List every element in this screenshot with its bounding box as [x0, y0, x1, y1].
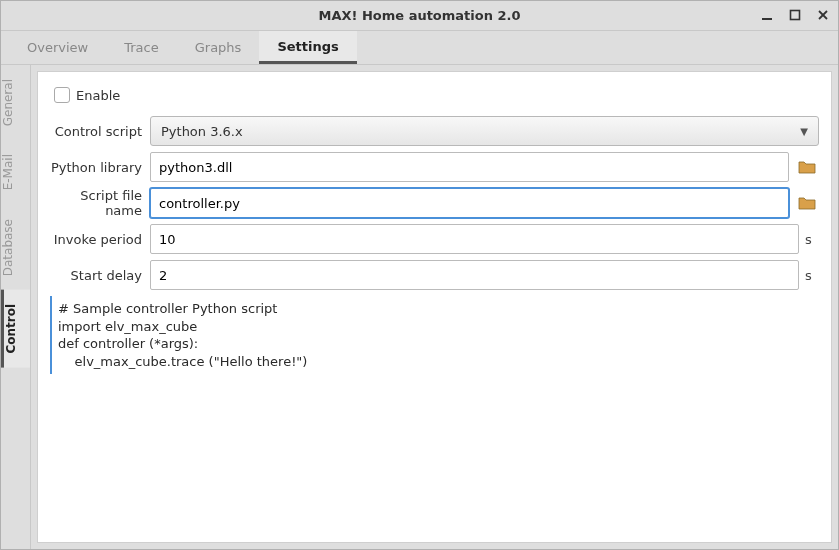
script-file-row: Script file name	[50, 188, 819, 218]
control-script-value: Python 3.6.x	[161, 124, 243, 139]
folder-icon	[798, 196, 816, 210]
close-button[interactable]	[814, 9, 832, 24]
invoke-period-input[interactable]	[150, 224, 799, 254]
svg-rect-1	[791, 10, 800, 19]
top-tab-bar: Overview Trace Graphs Settings	[1, 31, 838, 65]
tab-graphs[interactable]: Graphs	[177, 31, 260, 64]
svg-rect-0	[762, 18, 772, 20]
start-delay-row: Start delay s	[50, 260, 819, 290]
app-window: MAX! Home automation 2.0 Overview Trace …	[0, 0, 839, 550]
control-script-select[interactable]: Python 3.6.x ▼	[150, 116, 819, 146]
invoke-period-row: Invoke period s	[50, 224, 819, 254]
invoke-period-unit: s	[805, 232, 819, 247]
minimize-button[interactable]	[758, 9, 776, 24]
tab-trace[interactable]: Trace	[106, 31, 177, 64]
settings-control-panel: Enable Control script Python 3.6.x ▼ Pyt…	[37, 71, 832, 543]
side-tab-bar: General E-Mail Database Control	[1, 65, 31, 549]
enable-checkbox[interactable]	[54, 87, 70, 103]
script-file-label: Script file name	[50, 188, 150, 218]
maximize-button[interactable]	[786, 9, 804, 24]
python-lib-input[interactable]	[150, 152, 789, 182]
side-tab-control[interactable]: Control	[1, 290, 30, 368]
control-script-label: Control script	[50, 124, 150, 139]
body: General E-Mail Database Control Enable C…	[1, 65, 838, 549]
script-file-browse-button[interactable]	[795, 191, 819, 215]
content-pane: Enable Control script Python 3.6.x ▼ Pyt…	[31, 65, 838, 549]
python-lib-row: Python library	[50, 152, 819, 182]
script-file-input[interactable]	[150, 188, 789, 218]
python-lib-browse-button[interactable]	[795, 155, 819, 179]
start-delay-input[interactable]	[150, 260, 799, 290]
control-script-row: Control script Python 3.6.x ▼	[50, 116, 819, 146]
python-lib-label: Python library	[50, 160, 150, 175]
window-title: MAX! Home automation 2.0	[318, 8, 520, 23]
side-tab-general[interactable]: General	[1, 65, 30, 140]
chevron-down-icon: ▼	[800, 126, 808, 137]
start-delay-label: Start delay	[50, 268, 150, 283]
folder-icon	[798, 160, 816, 174]
side-tab-email[interactable]: E-Mail	[1, 140, 30, 204]
tab-settings[interactable]: Settings	[259, 31, 356, 64]
enable-row: Enable	[54, 80, 819, 110]
window-controls	[758, 1, 832, 31]
enable-label: Enable	[76, 88, 128, 103]
side-tab-database[interactable]: Database	[1, 205, 30, 290]
tab-overview[interactable]: Overview	[9, 31, 106, 64]
start-delay-unit: s	[805, 268, 819, 283]
sample-script: # Sample controller Python script import…	[50, 296, 819, 374]
invoke-period-label: Invoke period	[50, 232, 150, 247]
titlebar: MAX! Home automation 2.0	[1, 1, 838, 31]
